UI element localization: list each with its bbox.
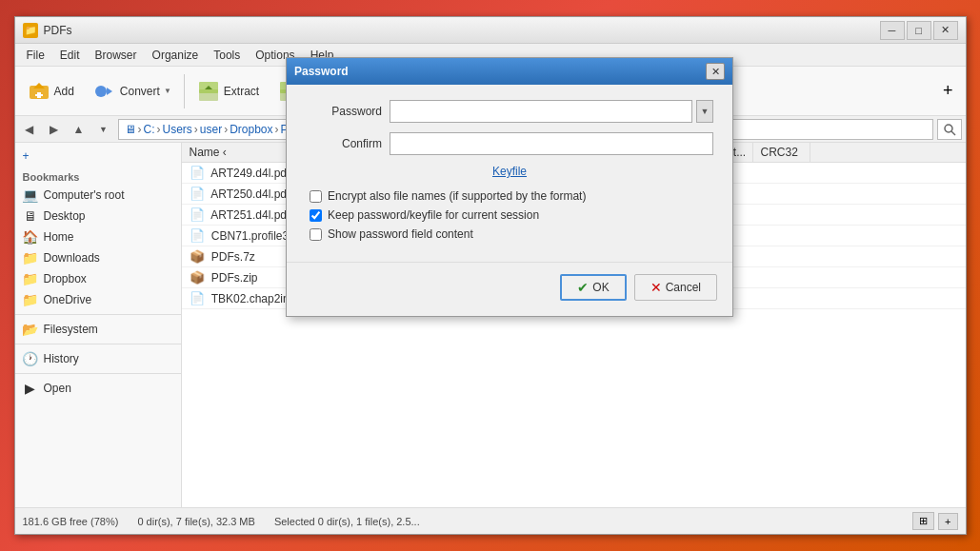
file-crc-4	[753, 254, 810, 260]
dialog-buttons: ✔ OK ✕ Cancel	[287, 262, 732, 316]
computer-root-icon: 💻	[23, 187, 38, 203]
menu-file[interactable]: File	[19, 47, 52, 64]
window-controls: ─ □ ✕	[880, 21, 958, 40]
sidebar-item-dropbox-label: Dropbox	[44, 272, 87, 285]
sidebar-item-home[interactable]: 🏠 Home	[15, 226, 181, 247]
desktop-icon: 🖥	[23, 208, 38, 224]
open-icon: ▶	[23, 381, 38, 396]
show-password-label: Show password field content	[328, 227, 473, 241]
status-right: ⊞ +	[912, 512, 957, 530]
pdf-icon-6: 📄	[190, 291, 205, 305]
close-button[interactable]: ✕	[933, 21, 958, 40]
path-computer-icon: 🖥	[125, 123, 136, 136]
svg-line-17	[951, 131, 955, 135]
sidebar-item-filesystem-label: Filesystem	[44, 323, 98, 336]
password-dropdown-button[interactable]: ▼	[696, 100, 713, 123]
file-crc-5	[753, 275, 810, 281]
back-button[interactable]: ◀	[19, 119, 40, 140]
filesystem-icon: 📂	[23, 322, 38, 337]
sidebar-item-open[interactable]: ▶ Open	[15, 378, 181, 399]
dialog-close-button[interactable]: ✕	[706, 63, 725, 80]
convert-button[interactable]: Convert ▼	[85, 72, 180, 110]
onedrive-icon: 📁	[23, 292, 38, 307]
path-user[interactable]: user	[200, 123, 222, 136]
minimize-button[interactable]: ─	[880, 21, 905, 40]
col-header-crc[interactable]: CRC32	[753, 143, 810, 162]
dialog-cancel-button[interactable]: ✕ Cancel	[634, 274, 717, 301]
cancel-label: Cancel	[666, 281, 701, 294]
dialog-title: Password	[294, 65, 706, 78]
confirm-input-wrapper	[390, 132, 713, 155]
pdf-icon-0: 📄	[190, 166, 205, 180]
sidebar-item-dropbox[interactable]: 📁 Dropbox	[15, 268, 181, 289]
path-users[interactable]: Users	[163, 123, 192, 136]
password-input[interactable]	[390, 100, 692, 123]
sidebar-item-desktop[interactable]: 🖥 Desktop	[15, 206, 181, 226]
extract-button[interactable]: Extract	[189, 72, 268, 110]
status-bar: 181.6 GB free (78%) 0 dir(s), 7 file(s),…	[15, 507, 966, 534]
sidebar-item-downloads[interactable]: 📁 Downloads	[15, 247, 181, 268]
maximize-button[interactable]: □	[907, 21, 931, 40]
confirm-input[interactable]	[390, 132, 713, 155]
file-crc-1	[753, 191, 810, 197]
forward-button[interactable]: ▶	[44, 119, 65, 140]
keep-password-label: Keep password/keyfile for current sessio…	[328, 208, 539, 222]
svg-point-16	[945, 125, 952, 132]
status-add-button[interactable]: +	[938, 513, 957, 530]
show-password-row: Show password field content	[306, 227, 713, 241]
extract-label: Extract	[224, 85, 259, 98]
password-dialog: Password ✕ Password ▼ Confirm Keyfile	[286, 57, 733, 317]
sidebar-divider-1	[15, 314, 181, 315]
encrypt-names-checkbox[interactable]	[310, 190, 322, 203]
sidebar-item-computer-root-label: Computer's root	[44, 188, 125, 202]
search-box[interactable]	[937, 119, 962, 140]
confirm-field-row: Confirm	[306, 132, 713, 155]
dir-info: 0 dir(s), 7 file(s), 32.3 MB	[137, 516, 254, 527]
password-input-wrapper: ▼	[390, 100, 713, 123]
keep-password-checkbox[interactable]	[310, 209, 322, 222]
keyfile-link[interactable]: Keyfile	[492, 165, 527, 178]
sidebar-item-computer-root[interactable]: 💻 Computer's root	[15, 185, 181, 206]
status-view-button[interactable]: ⊞	[912, 512, 934, 530]
path-c[interactable]: C:	[144, 123, 155, 136]
menu-edit[interactable]: Edit	[52, 47, 88, 64]
keep-password-row: Keep password/keyfile for current sessio…	[306, 208, 713, 222]
sidebar-divider-3	[15, 373, 181, 374]
encrypt-names-row: Encrypt also file names (if supported by…	[306, 189, 713, 203]
dropdown-button[interactable]: ▼	[93, 119, 114, 140]
sidebar-add-button[interactable]: +	[15, 147, 181, 166]
toolbar-add-btn[interactable]: +	[934, 72, 962, 110]
menu-browser[interactable]: Browser	[88, 47, 145, 64]
up-button[interactable]: ▲	[69, 119, 90, 140]
add-button[interactable]: Add	[19, 72, 83, 110]
menu-tools[interactable]: Tools	[206, 47, 248, 64]
sidebar-item-downloads-label: Downloads	[44, 251, 100, 265]
file-crc-6	[753, 296, 810, 302]
ok-label: OK	[592, 281, 609, 294]
extract-icon	[197, 80, 220, 103]
dialog-title-bar: Password ✕	[287, 58, 732, 85]
selected-info: Selected 0 dir(s), 1 file(s), 2.5...	[274, 516, 420, 527]
window-title: PDFs	[44, 24, 880, 37]
dialog-ok-button[interactable]: ✔ OK	[560, 274, 626, 301]
cancel-x-icon: ✕	[650, 280, 662, 295]
sidebar-item-history[interactable]: 🕐 History	[15, 348, 181, 369]
sidebar: + Bookmarks 💻 Computer's root 🖥 Desktop …	[15, 143, 182, 507]
keyfile-link-row: Keyfile	[306, 165, 713, 178]
ok-checkmark-icon: ✔	[577, 280, 589, 295]
show-password-checkbox[interactable]	[310, 228, 322, 241]
archive-icon-5: 📦	[190, 270, 205, 285]
convert-icon	[93, 80, 116, 103]
convert-label: Convert	[120, 85, 160, 98]
history-icon: 🕐	[23, 351, 38, 366]
toolbar-sep-1	[184, 74, 185, 108]
file-crc-3	[753, 233, 810, 239]
sidebar-item-filesystem[interactable]: 📂 Filesystem	[15, 319, 181, 340]
disk-info: 181.6 GB free (78%)	[23, 516, 119, 527]
sidebar-divider-2	[15, 344, 181, 344]
app-icon: 📁	[23, 23, 38, 38]
menu-organize[interactable]: Organize	[145, 47, 207, 64]
title-bar: 📁 PDFs ─ □ ✕	[15, 17, 966, 44]
path-dropbox[interactable]: Dropbox	[230, 123, 272, 136]
sidebar-item-onedrive[interactable]: 📁 OneDrive	[15, 289, 181, 310]
